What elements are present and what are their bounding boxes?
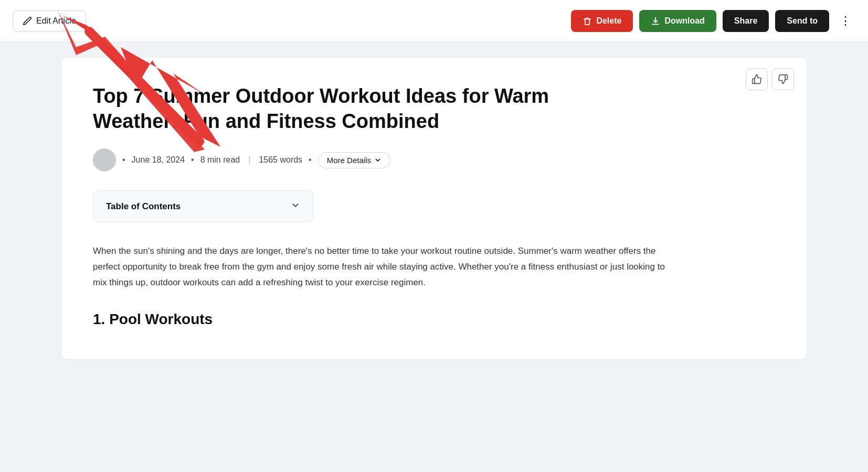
edit-article-button[interactable]: Edit Article xyxy=(13,10,86,31)
delete-button[interactable]: Delete xyxy=(571,10,633,32)
thumbs-up-icon xyxy=(751,74,762,84)
send-to-button[interactable]: Send to xyxy=(775,10,829,32)
meta-dot-3: • xyxy=(309,155,312,165)
send-to-label: Send to xyxy=(787,16,818,26)
article-word-count: 1565 words xyxy=(259,155,302,165)
more-options-icon: ⋮ xyxy=(840,14,851,28)
article-card: Top 7 Summer Outdoor Workout Ideas for W… xyxy=(61,58,807,359)
edit-article-label: Edit Article xyxy=(36,16,76,26)
article-read-time: 8 min read xyxy=(200,155,240,165)
thumbs-down-icon xyxy=(778,74,788,84)
share-button[interactable]: Share xyxy=(723,10,769,32)
meta-divider: | xyxy=(248,155,250,165)
delete-label: Delete xyxy=(596,16,621,26)
article-date: June 18, 2024 xyxy=(132,155,185,165)
article-title: Top 7 Summer Outdoor Workout Ideas for W… xyxy=(93,84,565,134)
article-intro: When the sun's shining and the days are … xyxy=(93,243,670,290)
thumbs-down-button[interactable] xyxy=(772,68,794,90)
avatar xyxy=(93,148,116,171)
chevron-down-icon xyxy=(374,156,382,164)
meta-row: • June 18, 2024 • 8 min read | 1565 word… xyxy=(93,148,775,171)
toc-chevron-icon xyxy=(291,200,300,212)
thumbs-up-button[interactable] xyxy=(746,68,768,90)
download-icon xyxy=(651,16,660,26)
toolbar-right: Delete Download Share Send to ⋮ xyxy=(571,10,855,32)
download-button[interactable]: Download xyxy=(639,10,716,32)
share-label: Share xyxy=(734,16,757,26)
trash-icon xyxy=(583,16,592,26)
main-content: Top 7 Summer Outdoor Workout Ideas for W… xyxy=(0,42,868,375)
meta-dot-2: • xyxy=(191,155,194,165)
more-details-button[interactable]: More Details xyxy=(318,152,390,168)
toolbar: Edit Article Delete Download Share Send … xyxy=(0,0,868,42)
more-details-label: More Details xyxy=(327,156,371,165)
meta-dot-1: • xyxy=(122,155,125,165)
section1-heading: 1. Pool Workouts xyxy=(93,311,775,328)
more-options-button[interactable]: ⋮ xyxy=(835,10,855,32)
chevron-down-icon xyxy=(291,200,300,210)
download-label: Download xyxy=(664,16,704,26)
toolbar-left: Edit Article xyxy=(13,10,86,31)
table-of-contents[interactable]: Table of Contents xyxy=(93,190,313,222)
edit-icon xyxy=(23,16,32,26)
thumbs-row xyxy=(746,68,794,90)
toc-label: Table of Contents xyxy=(106,201,181,212)
